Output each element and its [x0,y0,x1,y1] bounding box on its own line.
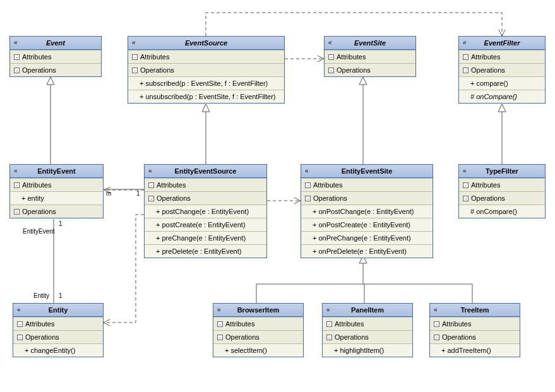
operations-header[interactable]: - Operations [459,191,545,205]
collapse-icon[interactable]: - [148,196,154,201]
operation-row: + selectItem() [213,343,303,357]
class-entityeventsite[interactable]: « EntityEventSite - Attributes - Operati… [301,164,433,258]
operation-row: + unsubscribed(p : EventSite, f : EventF… [128,90,284,103]
operations-header[interactable]: - Operations [459,63,545,76]
collapse-icon[interactable]: - [132,54,138,60]
class-eventsource-title: « EventSource [128,37,284,50]
class-panelitem-title: « PanelItem [323,304,412,317]
attributes-header[interactable]: - Attributes [13,317,103,330]
operations-header[interactable]: - Operations [128,63,284,76]
class-eventsite-title: « EventSite [325,37,415,50]
attributes-header[interactable]: - Attributes [459,50,545,63]
class-entityevent[interactable]: « EntityEvent - Attributes + entity - Op… [9,164,104,218]
class-eventsource[interactable]: « EventSource - Attributes - Operations … [128,36,285,104]
attribute-row: + entity [10,191,103,205]
assoc-label-entity-1: 1 [59,292,63,299]
collapse-icon[interactable]: - [132,68,138,73]
operation-row: + preChange(e : EntityEvent) [145,231,266,244]
chevrons-icon: « [434,306,438,313]
chevrons-icon: « [463,167,467,174]
collapse-icon[interactable]: - [463,54,468,60]
collapse-icon[interactable]: - [17,321,23,327]
collapse-icon[interactable]: - [305,196,311,201]
collapse-icon[interactable]: - [17,335,23,340]
class-browseritem[interactable]: « BrowserItem - Attributes - Operations … [213,303,304,357]
collapse-icon[interactable]: - [328,54,334,60]
operations-header[interactable]: - Operations [13,330,103,343]
class-entityeventsource[interactable]: « EntityEventSource - Attributes - Opera… [144,164,267,258]
operations-header[interactable]: - Operations [213,330,303,343]
class-entityeventsource-title: « EntityEventSource [145,165,266,178]
attributes-header[interactable]: - Attributes [301,178,433,191]
chevrons-icon: « [326,306,330,313]
collapse-icon[interactable]: - [217,335,223,340]
operation-row: + subscribed(p : EventSite, f : EventFil… [128,76,284,90]
class-typefilter-title: « TypeFilter [459,165,545,178]
attributes-header[interactable]: - Attributes [10,178,103,191]
operation-row: # onCompare() [459,205,545,218]
operation-row: + compare() [459,76,545,90]
collapse-icon[interactable]: - [148,182,154,188]
collapse-icon[interactable]: - [305,182,311,188]
operations-header[interactable]: - Operations [430,330,520,343]
class-entityeventsite-title: « EntityEventSite [301,165,433,178]
collapse-icon[interactable]: - [463,182,468,188]
collapse-icon[interactable]: - [326,321,332,327]
collapse-icon[interactable]: - [434,321,439,327]
chevrons-icon: « [148,167,152,174]
operation-row: # onCompare() [459,90,545,103]
operation-row: + highlightItem() [323,343,412,357]
operation-row: + onPreChange(e : EntityEvent) [301,231,433,244]
chevrons-icon: « [132,39,136,46]
collapse-icon[interactable]: - [328,68,334,73]
collapse-icon[interactable]: - [14,68,20,73]
operation-row: + addTreeItem() [430,343,520,357]
class-eventfilter-title: « EventFilter [459,37,545,50]
class-eventfilter[interactable]: « EventFilter - Attributes - Operations … [458,36,546,104]
collapse-icon[interactable]: - [217,321,223,327]
chevrons-icon: « [17,306,21,313]
class-browseritem-title: « BrowserItem [213,304,303,317]
attributes-header[interactable]: - Attributes [325,50,415,63]
collapse-icon[interactable]: - [14,209,20,215]
attributes-header[interactable]: - Attributes [430,317,520,330]
assoc-label-entityevent-1: 1 [59,220,63,227]
collapse-icon[interactable]: - [326,335,332,340]
operations-header[interactable]: - Operations [323,330,412,343]
chevrons-icon: « [328,39,332,46]
class-event-title: « Event [10,37,101,50]
class-entity[interactable]: « Entity - Attributes - Operations + cha… [13,303,104,357]
collapse-icon[interactable]: - [463,196,468,201]
attributes-header[interactable]: - Attributes [459,178,545,191]
operation-row: + changeEntity() [13,343,103,357]
class-event[interactable]: « Event - Attributes - Operations [9,36,102,77]
assoc-label-entity-role: Entity [33,292,49,299]
operations-header[interactable]: - Operations [10,205,103,218]
collapse-icon[interactable]: - [434,335,439,340]
class-eventsite[interactable]: « EventSite - Attributes - Operations [324,36,416,77]
operations-header[interactable]: - Operations [145,191,266,205]
chevrons-icon: « [463,39,467,46]
class-typefilter[interactable]: « TypeFilter - Attributes - Operations #… [458,164,546,218]
operation-row: + onPostChange(e : EntityEvent) [301,205,433,218]
class-treeitem-title: « TreeItem [430,304,520,317]
operation-row: + onPreDelete(e : EntityEvent) [301,244,433,258]
class-treeitem[interactable]: « TreeItem - Attributes - Operations + a… [429,303,520,357]
collapse-icon[interactable]: - [14,54,20,60]
assoc-label-ees-m: m [106,190,111,197]
attributes-header[interactable]: - Attributes [145,178,266,191]
collapse-icon[interactable]: - [463,68,468,73]
class-panelitem[interactable]: « PanelItem - Attributes - Operations + … [322,303,413,357]
attributes-header[interactable]: - Attributes [323,317,412,330]
operation-row: + preDelete(e : EntityEvent) [145,244,266,258]
operations-header[interactable]: - Operations [325,63,415,76]
diagram-canvas: EventSite (dashed dep) --> EventFilter (… [0,0,555,392]
operation-row: + onPostCreate(e : EntityEvent) [301,218,433,231]
class-entityevent-title: « EntityEvent [10,165,103,178]
operations-header[interactable]: - Operations [10,63,101,76]
attributes-header[interactable]: - Attributes [10,50,101,63]
collapse-icon[interactable]: - [14,182,20,188]
attributes-header[interactable]: - Attributes [128,50,284,63]
attributes-header[interactable]: - Attributes [213,317,303,330]
operations-header[interactable]: - Operations [301,191,433,205]
